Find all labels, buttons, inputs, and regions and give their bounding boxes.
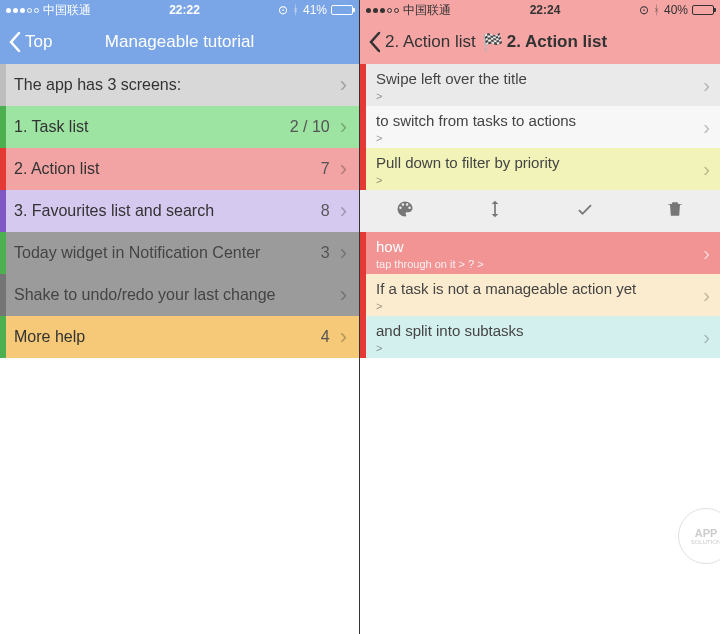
status-time: 22:24 xyxy=(530,3,561,17)
row-label: Shake to undo/redo your last change xyxy=(6,286,340,304)
chevron-right-icon: › xyxy=(703,242,710,265)
row-main: how xyxy=(376,238,710,256)
row-label: 3. Favourites list and search xyxy=(6,202,321,220)
nav-title: 2. Action list xyxy=(507,32,607,52)
row-label: 1. Task list xyxy=(6,118,290,136)
row-count: 2 / 10 xyxy=(290,118,330,136)
chevron-right-icon: › xyxy=(703,326,710,349)
chevron-right-icon: › xyxy=(340,282,347,308)
bluetooth-icon: ᚼ xyxy=(292,3,299,17)
trash-icon xyxy=(665,199,685,219)
list-row-intro[interactable]: The app has 3 screens: › xyxy=(0,64,359,106)
chevron-right-icon: › xyxy=(340,324,347,350)
move-button[interactable] xyxy=(485,199,505,223)
signal-icon xyxy=(366,8,399,13)
watermark-bottom: SOLUTION xyxy=(691,539,720,545)
nav-bar: Top Manageable tutorial xyxy=(0,20,359,64)
back-button[interactable]: Top xyxy=(8,31,52,53)
chevron-left-icon xyxy=(368,31,381,53)
row-main: to switch from tasks to actions xyxy=(376,112,710,130)
rotation-lock-icon: ⊙ xyxy=(639,3,649,17)
list-row-action-list[interactable]: 2. Action list 7 › xyxy=(0,148,359,190)
row-main: If a task is not a manageable action yet xyxy=(376,280,710,298)
watermark-top: APP xyxy=(695,527,718,539)
chevron-right-icon: › xyxy=(703,74,710,97)
list-row-more-help[interactable]: More help 4 › xyxy=(0,316,359,358)
row-label: The app has 3 screens: xyxy=(6,76,340,94)
flag-icon: 🏁 xyxy=(482,32,503,53)
chevron-right-icon: › xyxy=(340,156,347,182)
arrows-vertical-icon xyxy=(485,199,505,219)
battery-percent: 40% xyxy=(664,3,688,17)
list-row-favourites[interactable]: 3. Favourites list and search 8 › xyxy=(0,190,359,232)
chevron-right-icon: › xyxy=(703,116,710,139)
row-label: 2. Action list xyxy=(6,160,321,178)
palette-icon xyxy=(395,199,415,219)
chevron-right-icon: › xyxy=(340,114,347,140)
watermark-badge: APP SOLUTION xyxy=(678,508,720,564)
row-count: 7 xyxy=(321,160,330,178)
back-button[interactable]: 2. Action list xyxy=(368,31,476,53)
action-row-switch[interactable]: to switch from tasks to actions > › xyxy=(360,106,720,148)
carrier-label: 中国联通 xyxy=(43,2,91,19)
done-button[interactable] xyxy=(575,199,595,223)
signal-icon xyxy=(6,8,39,13)
row-main: Pull down to filter by priority xyxy=(376,154,710,172)
rotation-lock-icon: ⊙ xyxy=(278,3,288,17)
row-count: 8 xyxy=(321,202,330,220)
chevron-right-icon: › xyxy=(340,72,347,98)
row-sub: > xyxy=(376,342,710,354)
action-row-pulldown[interactable]: Pull down to filter by priority > › xyxy=(360,148,720,190)
battery-icon xyxy=(692,5,714,15)
row-count: 3 xyxy=(321,244,330,262)
battery-icon xyxy=(331,5,353,15)
list-row-task-list[interactable]: 1. Task list 2 / 10 › xyxy=(0,106,359,148)
screen-right: 中国联通 22:24 ⊙ ᚼ 40% 2. Action list 🏁 2. A… xyxy=(360,0,720,634)
list-row-shake-undo[interactable]: Shake to undo/redo your last change › xyxy=(0,274,359,316)
nav-title: Manageable tutorial xyxy=(105,32,254,52)
carrier-label: 中国联通 xyxy=(403,2,451,19)
check-icon xyxy=(575,199,595,219)
chevron-right-icon: › xyxy=(340,240,347,266)
row-label: More help xyxy=(6,328,321,346)
delete-button[interactable] xyxy=(665,199,685,223)
chevron-right-icon: › xyxy=(703,158,710,181)
row-sub: tap through on it > ? > xyxy=(376,258,710,270)
back-label: Top xyxy=(25,32,52,52)
chevron-right-icon: › xyxy=(340,198,347,224)
action-row-if-task[interactable]: If a task is not a manageable action yet… xyxy=(360,274,720,316)
row-sub: > xyxy=(376,300,710,312)
row-sub: > xyxy=(376,132,710,144)
battery-percent: 41% xyxy=(303,3,327,17)
bluetooth-icon: ᚼ xyxy=(653,3,660,17)
row-sub: > xyxy=(376,174,710,186)
action-row-how[interactable]: how tap through on it > ? > › xyxy=(360,232,720,274)
row-label: Today widget in Notification Center xyxy=(6,244,321,262)
nav-bar: 2. Action list 🏁 2. Action list xyxy=(360,20,720,64)
chevron-right-icon: › xyxy=(703,284,710,307)
action-row-split[interactable]: and split into subtasks > › xyxy=(360,316,720,358)
chevron-left-icon xyxy=(8,31,21,53)
palette-button[interactable] xyxy=(395,199,415,223)
screen-left: 中国联通 22:22 ⊙ ᚼ 41% Top Manageable tutori… xyxy=(0,0,360,634)
row-main: and split into subtasks xyxy=(376,322,710,340)
status-bar: 中国联通 22:24 ⊙ ᚼ 40% xyxy=(360,0,720,20)
row-sub: > xyxy=(376,90,710,102)
back-label: 2. Action list xyxy=(385,32,476,52)
action-row-swipe-left[interactable]: Swipe left over the title > › xyxy=(360,64,720,106)
row-main: Swipe left over the title xyxy=(376,70,710,88)
row-count: 4 xyxy=(321,328,330,346)
list-row-today-widget[interactable]: Today widget in Notification Center 3 › xyxy=(0,232,359,274)
status-bar: 中国联通 22:22 ⊙ ᚼ 41% xyxy=(0,0,359,20)
status-time: 22:22 xyxy=(169,3,200,17)
action-toolbar xyxy=(360,190,720,232)
nav-title-container: 🏁 2. Action list xyxy=(482,32,607,53)
